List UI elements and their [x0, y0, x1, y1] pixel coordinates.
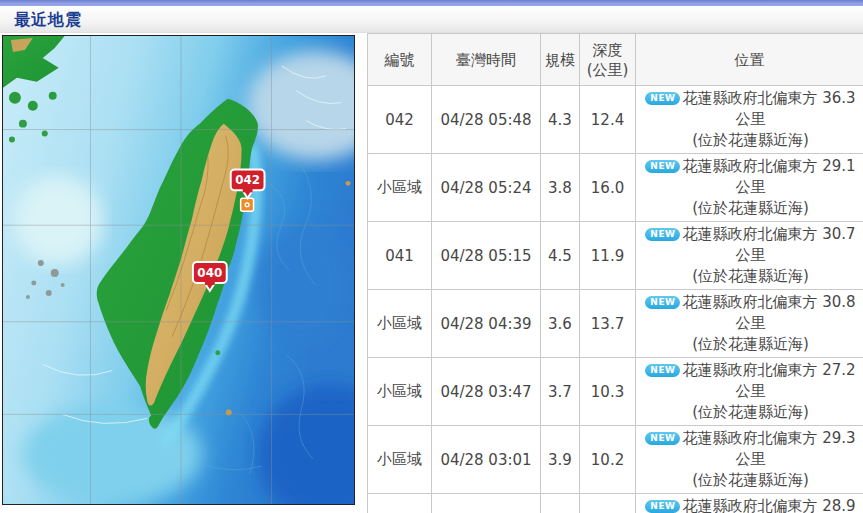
cell-depth: 16.0: [580, 154, 636, 222]
topographic-map-image: 042 040: [3, 36, 354, 504]
col-header-magnitude: 規模: [541, 34, 580, 86]
shallow-strait-west: [13, 175, 102, 265]
location-line1: 花蓮縣政府北偏東方 28.9 公里: [682, 497, 855, 513]
cell-magnitude: 3.7: [541, 358, 580, 426]
cell-time: 04/28 05:15: [432, 222, 541, 290]
location-line2: (位於花蓮縣近海): [644, 130, 857, 151]
cell-depth: 11.9: [580, 222, 636, 290]
cell-time: 04/28 02:52: [432, 494, 541, 513]
cell-location: NEW花蓮縣政府北偏東方 29.1 公里 (位於花蓮縣近海): [636, 154, 863, 222]
marker-label-042: 042: [235, 173, 260, 187]
earthquake-table: 編號 臺灣時間 規模 深度 (公里) 位置 042 04/28 05:48 4.…: [367, 33, 863, 513]
earthquake-table-body: 042 04/28 05:48 4.3 12.4 NEW花蓮縣政府北偏東方 36…: [368, 86, 863, 513]
cell-depth: 13.7: [580, 290, 636, 358]
col-header-time: 臺灣時間: [432, 34, 541, 86]
location-line2: (位於花蓮縣近海): [644, 402, 857, 423]
cell-location: NEW花蓮縣政府北偏東方 30.8 公里 (位於花蓮縣近海): [636, 290, 863, 358]
location-line2: (位於花蓮縣近海): [644, 198, 857, 219]
location-line2: (位於花蓮縣近海): [644, 334, 857, 355]
cell-location: NEW花蓮縣政府北偏東方 30.7 公里 (位於花蓮縣近海): [636, 222, 863, 290]
location-line2: (位於花蓮縣近海): [644, 266, 857, 287]
table-header-row: 編號 臺灣時間 規模 深度 (公里) 位置: [368, 34, 863, 86]
location-line2: (位於花蓮縣近海): [644, 470, 857, 491]
location-line1: 花蓮縣政府北偏東方 30.8 公里: [682, 293, 855, 332]
cell-number: 小區域: [368, 290, 432, 358]
cell-location: NEW花蓮縣政府北偏東方 29.3 公里 (位於花蓮縣近海): [636, 426, 863, 494]
cell-number: 小區域: [368, 154, 432, 222]
col-header-location: 位置: [636, 34, 863, 86]
new-badge: NEW: [645, 296, 680, 309]
deep-basin-east: [257, 225, 346, 344]
col-header-depth: 深度 (公里): [580, 34, 636, 86]
earthquake-row[interactable]: 小區域 04/28 03:01 3.9 10.2 NEW花蓮縣政府北偏東方 29…: [368, 426, 863, 494]
cell-location: NEW花蓮縣政府北偏東方 36.3 公里 (位於花蓮縣近海): [636, 86, 863, 154]
cell-time: 04/28 03:01: [432, 426, 541, 494]
earthquake-row[interactable]: 小區域 04/28 02:52 3.6 10.5 NEW花蓮縣政府北偏東方 28…: [368, 494, 863, 513]
new-badge: NEW: [645, 160, 680, 173]
cell-number: 小區域: [368, 358, 432, 426]
cell-depth: 10.3: [580, 358, 636, 426]
cell-magnitude: 4.3: [541, 86, 580, 154]
col-header-number: 編號: [368, 34, 432, 86]
mini-epicenter-marker[interactable]: [241, 198, 254, 211]
cell-location: NEW花蓮縣政府北偏東方 27.2 公里 (位於花蓮縣近海): [636, 358, 863, 426]
cell-time: 04/28 04:39: [432, 290, 541, 358]
cell-time: 04/28 05:24: [432, 154, 541, 222]
cell-time: 04/28 05:48: [432, 86, 541, 154]
cell-number: 042: [368, 86, 432, 154]
earthquake-row[interactable]: 小區域 04/28 04:39 3.6 13.7 NEW花蓮縣政府北偏東方 30…: [368, 290, 863, 358]
cell-depth: 12.4: [580, 86, 636, 154]
cell-magnitude: 3.6: [541, 290, 580, 358]
new-badge: NEW: [645, 228, 680, 241]
cell-number: 小區域: [368, 426, 432, 494]
location-line1: 花蓮縣政府北偏東方 27.2 公里: [682, 361, 855, 400]
location-line1: 花蓮縣政府北偏東方 29.1 公里: [682, 157, 855, 196]
page-title: 最近地震: [14, 10, 82, 31]
cell-magnitude: 3.6: [541, 494, 580, 513]
cell-location: NEW花蓮縣政府北偏東方 28.9 公里 (位於花蓮縣近海): [636, 494, 863, 513]
location-line1: 花蓮縣政府北偏東方 30.7 公里: [682, 225, 855, 264]
earthquake-row[interactable]: 042 04/28 05:48 4.3 12.4 NEW花蓮縣政府北偏東方 36…: [368, 86, 863, 154]
new-badge: NEW: [645, 364, 680, 377]
taiwan-earthquake-map[interactable]: 042 040: [2, 35, 355, 505]
cell-number: 小區域: [368, 494, 432, 513]
recent-earthquakes-page: 最近地震: [0, 0, 863, 513]
marker-label-040: 040: [197, 266, 222, 280]
earthquake-row[interactable]: 小區域 04/28 05:24 3.8 16.0 NEW花蓮縣政府北偏東方 29…: [368, 154, 863, 222]
cell-magnitude: 3.8: [541, 154, 580, 222]
cell-magnitude: 4.5: [541, 222, 580, 290]
cell-depth: 10.2: [580, 426, 636, 494]
new-badge: NEW: [645, 92, 680, 105]
new-badge: NEW: [645, 432, 680, 445]
earthquake-row[interactable]: 小區域 04/28 03:47 3.7 10.3 NEW花蓮縣政府北偏東方 27…: [368, 358, 863, 426]
cell-magnitude: 3.9: [541, 426, 580, 494]
cell-time: 04/28 03:47: [432, 358, 541, 426]
cell-number: 041: [368, 222, 432, 290]
earthquake-row[interactable]: 041 04/28 05:15 4.5 11.9 NEW花蓮縣政府北偏東方 30…: [368, 222, 863, 290]
location-line1: 花蓮縣政府北偏東方 29.3 公里: [682, 429, 855, 468]
new-badge: NEW: [645, 500, 680, 513]
cell-depth: 10.5: [580, 494, 636, 513]
location-line1: 花蓮縣政府北偏東方 36.3 公里: [682, 89, 855, 128]
section-header: 最近地震: [0, 6, 863, 33]
